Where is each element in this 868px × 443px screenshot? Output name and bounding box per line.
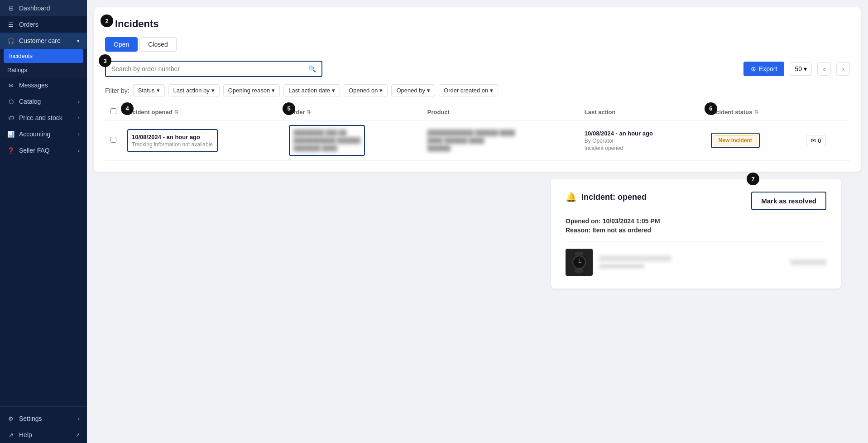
sidebar-item-settings[interactable]: ⚙ Settings › xyxy=(0,410,87,427)
chevron-right-icon: › xyxy=(78,99,80,104)
last-action-cell: 10/08/2024 - an hour ago By Operator Inc… xyxy=(579,120,705,161)
chevron-down-icon: ▾ xyxy=(427,87,430,94)
status-badge: New incident xyxy=(714,135,757,145)
last-action-desc: Incident opened xyxy=(585,145,700,151)
sidebar-item-label: Customer care xyxy=(19,37,61,44)
export-button[interactable]: ⊕ Export xyxy=(743,62,784,76)
sidebar-item-label: Settings xyxy=(19,415,42,422)
order-number-blurred: ████████ ███ ██ xyxy=(293,130,360,136)
filter-last-action-date[interactable]: Last action date ▾ xyxy=(283,84,340,96)
th-messages xyxy=(801,104,850,120)
sidebar-item-label: Messages xyxy=(19,82,48,89)
divider xyxy=(566,241,826,241)
accounting-icon: 📊 xyxy=(7,130,14,138)
sidebar-item-label: Accounting xyxy=(19,130,50,138)
annotation-badge-7: 7 xyxy=(747,173,759,185)
product-cell: ████████████ ██████ ████ ████ ██████ ███… xyxy=(422,120,579,161)
search-box[interactable]: 🔍 xyxy=(105,61,322,77)
toolbar-right: ⊕ Export 50 ▾ ‹ › xyxy=(743,62,850,76)
dashboard-icon: ⊞ xyxy=(7,5,14,12)
incident-detail-header: 🔔 Incident: opened Mark as resolved xyxy=(566,192,826,210)
sidebar-item-label: Help xyxy=(19,431,32,438)
sidebar-item-catalog[interactable]: ⬡ Catalog › xyxy=(0,93,87,110)
order-extra-blurred: ███████ ████ xyxy=(293,145,360,151)
filter-opening-reason[interactable]: Opening reason ▾ xyxy=(223,84,280,96)
filters-row: Filter by: Status ▾ Last action by ▾ Ope… xyxy=(105,84,850,96)
incidents-panel: 2 Incidents Open Closed 3 🔍 ⊕ Export xyxy=(94,7,861,172)
filter-last-action-by[interactable]: Last action by ▾ xyxy=(168,84,220,96)
tab-closed[interactable]: Closed xyxy=(139,37,177,52)
th-incident-status: 6 Incident status ⇅ xyxy=(705,104,801,120)
annotation-badge-4: 4 xyxy=(121,102,134,115)
chevron-down-icon: ▾ xyxy=(157,87,160,94)
envelope-icon: ✉ xyxy=(811,137,816,144)
filter-label: Filter by: xyxy=(105,87,129,94)
chevron-down-icon: ▾ xyxy=(804,65,807,72)
customer-care-icon: 🎧 xyxy=(7,37,14,44)
sidebar-item-label: Price and stock xyxy=(19,114,62,121)
sidebar-item-price-and-stock[interactable]: 🏷 Price and stock › xyxy=(0,110,87,126)
incident-title-row: 🔔 Incident: opened xyxy=(566,192,647,202)
sidebar-item-label: Seller FAQ xyxy=(19,147,50,154)
chevron-right-icon: › xyxy=(78,148,80,153)
next-page-button[interactable]: › xyxy=(836,62,850,76)
select-all-checkbox[interactable] xyxy=(110,108,116,114)
svg-rect-0 xyxy=(575,252,583,255)
order-cell: ████████ ███ ██ ███████████ ██████ █████… xyxy=(283,120,422,161)
row-checkbox[interactable] xyxy=(110,137,116,143)
incident-reason: Reason: Item not as ordered xyxy=(566,226,826,234)
th-product: Product xyxy=(422,104,579,120)
annotation-badge-2: 2 xyxy=(101,14,113,27)
sidebar-item-label: Orders xyxy=(19,21,38,28)
chevron-down-icon: ▾ xyxy=(490,87,493,94)
row-checkbox-cell xyxy=(105,120,122,161)
sidebar-item-help[interactable]: ↗ Help ↗ xyxy=(0,427,87,443)
filter-opened-by[interactable]: Opened by ▾ xyxy=(391,84,435,96)
bell-icon: 🔔 xyxy=(566,192,577,202)
per-page-select[interactable]: 50 ▾ xyxy=(790,62,812,76)
product-sub-blurred: ████ ██████ ████ xyxy=(427,137,574,144)
mark-resolved-button[interactable]: Mark as resolved xyxy=(751,192,826,210)
chevron-right-icon: › xyxy=(78,115,80,120)
export-icon: ⊕ xyxy=(751,65,756,72)
th-incident-opened: 4 Incident opened ⇅ xyxy=(122,104,283,120)
sidebar-item-label: Dashboard xyxy=(19,5,50,12)
seller-faq-icon: ❓ xyxy=(7,147,14,154)
product-name-blurred xyxy=(599,256,671,261)
per-page-value: 50 xyxy=(795,65,802,72)
page-title: Incidents xyxy=(115,18,159,30)
sidebar-item-messages[interactable]: ✉ Messages xyxy=(0,77,87,93)
sidebar-item-accounting[interactable]: 📊 Accounting › xyxy=(0,126,87,142)
sidebar: ⊞ Dashboard ☰ Orders 🎧 Customer care ▾ I… xyxy=(0,0,87,443)
tabs-row: Open Closed xyxy=(105,37,850,52)
th-order: 5 Order ⇅ xyxy=(283,104,422,120)
sidebar-sub-item-incidents[interactable]: Incidents xyxy=(4,49,83,63)
filter-opened-on[interactable]: Opened on ▾ xyxy=(344,84,388,96)
chevron-down-icon: ▾ xyxy=(211,87,215,94)
watch-image xyxy=(568,251,590,274)
product-name-blurred: ████████████ ██████ ████ xyxy=(427,130,574,136)
chevron-down-icon: ▾ xyxy=(272,87,275,94)
product-row xyxy=(566,249,826,276)
tab-open[interactable]: Open xyxy=(105,37,138,52)
chevron-down-icon: ▾ xyxy=(77,38,80,44)
product-thumbnail xyxy=(566,249,593,276)
product-info xyxy=(599,256,784,269)
sidebar-item-orders[interactable]: ☰ Orders xyxy=(0,16,87,33)
chevron-down-icon: ▾ xyxy=(332,87,335,94)
filter-order-created-on[interactable]: Order created on ▾ xyxy=(439,84,498,96)
filter-status[interactable]: Status ▾ xyxy=(133,84,165,96)
messages-button[interactable]: ✉ 0 xyxy=(806,135,826,146)
search-input[interactable] xyxy=(111,65,305,72)
table-row: 10/08/2024 - an hour ago Tracking inform… xyxy=(105,120,850,161)
svg-point-6 xyxy=(579,262,580,263)
sidebar-item-seller-faq[interactable]: ❓ Seller FAQ › xyxy=(0,142,87,159)
prev-page-button[interactable]: ‹ xyxy=(817,62,831,76)
external-link-icon: ↗ xyxy=(76,432,80,438)
product-price-blurred xyxy=(790,260,826,265)
sidebar-item-customer-care[interactable]: 🎧 Customer care ▾ xyxy=(0,33,87,49)
sort-icon: ⇅ xyxy=(174,109,178,115)
sidebar-sub-item-ratings[interactable]: Ratings xyxy=(0,63,87,77)
sort-icon: ⇅ xyxy=(307,109,311,115)
sidebar-item-dashboard[interactable]: ⊞ Dashboard xyxy=(0,0,87,16)
